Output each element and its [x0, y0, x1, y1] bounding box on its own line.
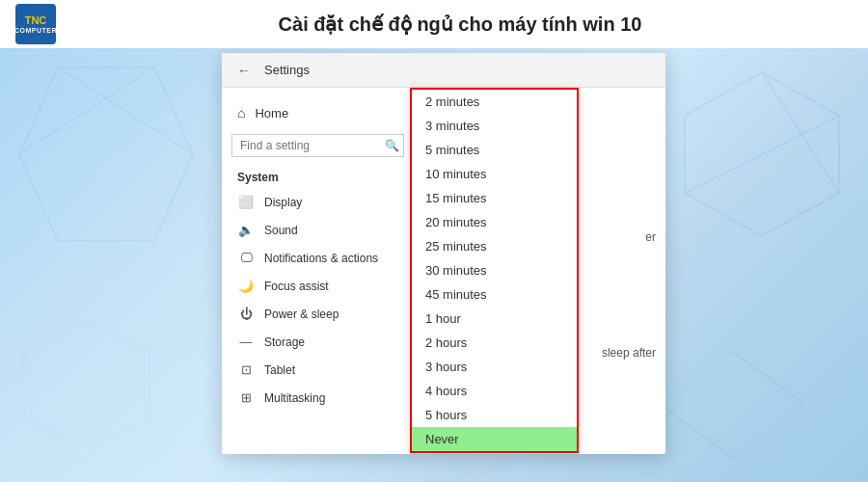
sound-icon: 🔈: [237, 223, 255, 237]
system-label: System: [222, 163, 414, 188]
back-button[interactable]: ←: [231, 61, 257, 80]
page-title: Cài đặt chế độ ngủ cho máy tính win 10: [68, 13, 853, 36]
storage-icon: —: [237, 335, 255, 349]
dropdown-item[interactable]: 3 minutes: [412, 114, 577, 138]
dropdown-item[interactable]: 4 hours: [412, 379, 577, 403]
multitasking-icon: ⊞: [237, 390, 255, 405]
settings-titlebar: ← Settings: [222, 53, 665, 88]
sidebar-item-sound[interactable]: 🔈 Sound: [222, 216, 414, 244]
top-banner: TNC COMPUTER Cài đặt chế độ ngủ cho máy …: [0, 0, 868, 48]
sidebar-item-power[interactable]: ⏻ Power & sleep: [222, 300, 414, 328]
dropdown-item[interactable]: 3 hours: [412, 355, 577, 379]
settings-window: ← Settings ⌂ Home 🔍 System ⬜ Display: [222, 53, 665, 454]
search-input[interactable]: [240, 139, 385, 152]
logo-text: TNC: [25, 14, 47, 26]
dropdown-item[interactable]: 15 minutes: [412, 186, 577, 210]
home-button[interactable]: ⌂ Home: [222, 97, 414, 128]
search-box[interactable]: 🔍: [231, 134, 404, 157]
sidebar-item-label: Multitasking: [264, 391, 325, 405]
sidebar-item-storage[interactable]: — Storage: [222, 328, 414, 356]
dropdown-item[interactable]: 25 minutes: [412, 234, 577, 258]
sidebar-item-label: Display: [264, 196, 302, 209]
sidebar-item-label: Power & sleep: [264, 308, 339, 321]
home-icon: ⌂: [237, 105, 245, 120]
sidebar-item-multitasking[interactable]: ⊞ Multitasking: [222, 384, 414, 412]
tablet-icon: ⊡: [237, 362, 255, 377]
sidebar-item-display[interactable]: ⬜ Display: [222, 188, 414, 216]
logo: TNC COMPUTER: [15, 4, 56, 44]
dropdown-item[interactable]: 10 minutes: [412, 162, 577, 186]
dropdown-item[interactable]: 5 minutes: [412, 138, 577, 162]
dropdown-item[interactable]: 2 minutes: [412, 90, 577, 114]
settings-window-title: Settings: [264, 63, 310, 77]
sleep-dropdown[interactable]: 2 minutes3 minutes5 minutes10 minutes15 …: [410, 88, 579, 453]
sidebar-item-label: Sound: [264, 224, 298, 237]
display-icon: ⬜: [237, 195, 255, 209]
dropdown-item[interactable]: Never: [412, 427, 577, 451]
partial-text-sleep-after: sleep after: [602, 346, 656, 360]
dropdown-item[interactable]: 20 minutes: [412, 210, 577, 234]
focus-icon: 🌙: [237, 279, 255, 293]
sidebar-item-tablet[interactable]: ⊡ Tablet: [222, 356, 414, 384]
settings-sidebar: ⌂ Home 🔍 System ⬜ Display 🔈 Sound 🖵: [222, 88, 415, 454]
search-icon: 🔍: [385, 139, 399, 152]
home-label: Home: [255, 106, 288, 120]
dropdown-item[interactable]: 45 minutes: [412, 282, 577, 307]
dropdown-item[interactable]: 1 hour: [412, 307, 577, 331]
dropdown-item[interactable]: 2 hours: [412, 331, 577, 355]
main-content: ← Settings ⌂ Home 🔍 System ⬜ Display: [48, 53, 839, 463]
sidebar-item-notifications[interactable]: 🖵 Notifications & actions: [222, 244, 414, 272]
sidebar-item-label: Tablet: [264, 363, 295, 377]
sidebar-item-label: Notifications & actions: [264, 252, 378, 265]
partial-text-er: er: [645, 230, 656, 244]
sidebar-item-label: Storage: [264, 335, 305, 349]
logo-sub: COMPUTER: [14, 27, 57, 34]
dropdown-item[interactable]: 30 minutes: [412, 258, 577, 282]
power-icon: ⏻: [237, 307, 255, 321]
notifications-icon: 🖵: [237, 251, 255, 265]
sidebar-item-focus[interactable]: 🌙 Focus assist: [222, 272, 414, 300]
dropdown-item[interactable]: 5 hours: [412, 403, 577, 427]
sidebar-item-label: Focus assist: [264, 280, 329, 293]
